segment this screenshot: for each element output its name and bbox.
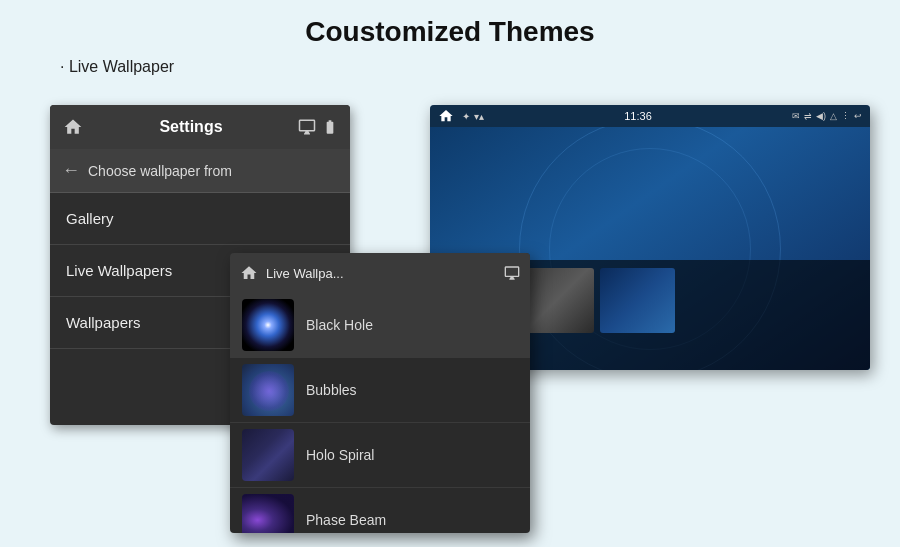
black-hole-label: Black Hole [306, 317, 373, 333]
tablet-home-icon[interactable] [438, 108, 454, 124]
live-wp-monitor-icon [504, 265, 520, 281]
settings-topbar: Settings [50, 105, 350, 149]
live-wallpaper-subtitle: · Live Wallpaper [60, 58, 900, 76]
choose-wallpaper-bar: ← Choose wallpaper from [50, 149, 350, 193]
wp-item-phase-beam[interactable]: Phase Beam [230, 488, 530, 533]
picker-thumb-3[interactable] [600, 268, 675, 333]
settings-title: Settings [94, 118, 288, 136]
back-nav-icon[interactable]: ↩ [854, 111, 862, 121]
status-time: 11:36 [488, 110, 788, 122]
home-icon[interactable] [62, 116, 84, 138]
triangle-icon: △ [830, 111, 837, 121]
status-left [438, 108, 454, 124]
picker-thumb-2[interactable] [519, 268, 594, 333]
usb-icon: ⇌ [804, 111, 812, 121]
screenshots-area: Settings ← Choose wallpaper from Gallery… [50, 105, 870, 525]
more-icon[interactable]: ⋮ [841, 111, 850, 121]
monitor-icon [298, 118, 316, 136]
wp-item-bubbles[interactable]: Bubbles [230, 358, 530, 423]
live-wp-home-icon [240, 264, 258, 282]
phase-beam-label: Phase Beam [306, 512, 386, 528]
bubbles-thumb [242, 364, 294, 416]
volume-icon: ◀) [816, 111, 826, 121]
back-arrow-icon[interactable]: ← [62, 160, 80, 181]
menu-item-gallery[interactable]: Gallery [50, 193, 350, 245]
wp-item-holo-spiral[interactable]: Holo Spiral [230, 423, 530, 488]
message-icon: ✉ [792, 111, 800, 121]
phase-beam-thumb [242, 494, 294, 533]
page-title: Coustomized Themes [0, 0, 900, 58]
bubbles-label: Bubbles [306, 382, 357, 398]
wp-item-black-hole[interactable]: Black Hole [230, 293, 530, 358]
live-wp-title: Live Wallpa... [266, 266, 496, 281]
wifi-icon: ▾▴ [474, 111, 484, 122]
settings-icons [298, 118, 338, 136]
tablet-statusbar: ✦ ▾▴ 11:36 ✉ ⇌ ◀) △ ⋮ ↩ [430, 105, 870, 127]
live-wp-topbar: Live Wallpa... [230, 253, 530, 293]
black-hole-thumb [242, 299, 294, 351]
live-wallpaper-panel: Live Wallpa... Black Hole Bubbles Holo S… [230, 253, 530, 533]
battery-icon [322, 118, 338, 136]
bluetooth-icon: ✦ [462, 111, 470, 122]
status-right: ✉ ⇌ ◀) △ ⋮ ↩ [792, 111, 862, 121]
choose-wallpaper-label: Choose wallpaper from [88, 163, 232, 179]
holo-spiral-label: Holo Spiral [306, 447, 374, 463]
holo-spiral-thumb [242, 429, 294, 481]
